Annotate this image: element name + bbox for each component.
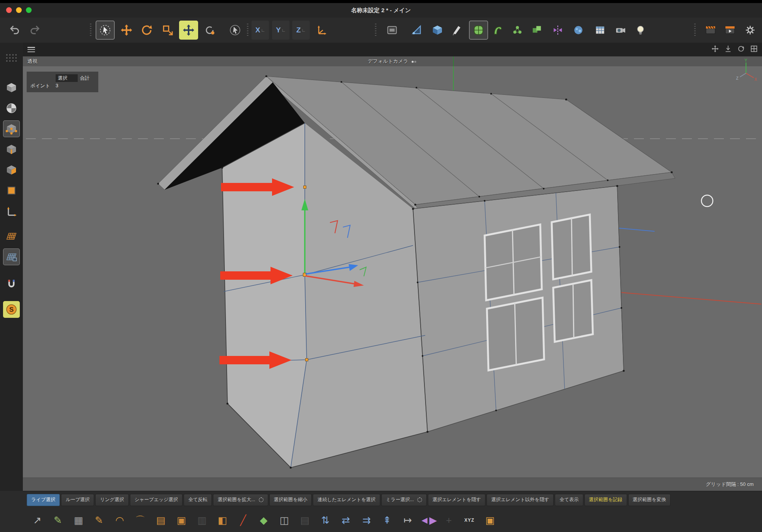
lock-y-axis-button[interactable]: Y∟ bbox=[272, 21, 290, 40]
undo-button[interactable] bbox=[5, 21, 24, 40]
weld-tool[interactable]: ⇅ bbox=[317, 511, 334, 529]
bridge-tool[interactable]: ⇉ bbox=[358, 511, 375, 529]
lock-x-axis-button[interactable]: X∟ bbox=[251, 21, 269, 40]
ring-selection-button[interactable]: リング選択 bbox=[95, 494, 128, 506]
select-connected-button[interactable]: 連続したエレメントを選択 bbox=[313, 494, 380, 506]
total-col-header: 合計 bbox=[80, 74, 94, 82]
slide-tool[interactable]: ↗ bbox=[29, 511, 46, 529]
texture-mode-icon[interactable] bbox=[3, 100, 20, 117]
hide-unselected-button[interactable]: 選択エレメント以外を隠す bbox=[487, 494, 554, 506]
render-picture-viewer-button[interactable] bbox=[720, 21, 740, 40]
array-tool[interactable]: + bbox=[440, 511, 457, 529]
asset-browser-button[interactable] bbox=[383, 21, 402, 40]
live-selection-tool[interactable] bbox=[96, 21, 115, 40]
store-selection-button[interactable]: 選択範囲を記録 bbox=[584, 494, 627, 506]
camera-label-wrap[interactable]: デフォルトカメラ bbox=[23, 58, 762, 65]
magnet-tool[interactable]: ◠ bbox=[111, 511, 128, 529]
active-move-tool[interactable] bbox=[179, 21, 198, 40]
camera-button[interactable] bbox=[611, 21, 630, 40]
smooth-shift-tool[interactable]: ▥ bbox=[194, 511, 210, 529]
hide-selected-button[interactable]: 選択エレメントを隠す bbox=[428, 494, 485, 506]
convert-selection-button[interactable]: 選択範囲を変換 bbox=[628, 494, 671, 506]
bend-deformer-button[interactable] bbox=[488, 21, 507, 40]
titlebar: 名称未設定 2 * - メイン bbox=[0, 3, 762, 18]
tweak-mode-tool[interactable] bbox=[200, 21, 219, 40]
model-mode-icon[interactable] bbox=[3, 79, 20, 96]
points-xyz[interactable]: XYZ bbox=[461, 511, 478, 529]
svg-text:Y: Y bbox=[744, 58, 748, 62]
scale-tool[interactable] bbox=[158, 21, 177, 40]
volume-builder-button[interactable] bbox=[569, 21, 588, 40]
sculpt-pull-tool[interactable]: ✎ bbox=[91, 511, 107, 529]
points-mode-icon[interactable] bbox=[3, 120, 20, 137]
stitch-and-sew-tool[interactable]: ⇄ bbox=[338, 511, 354, 529]
snap-settings-icon[interactable]: S bbox=[3, 301, 20, 318]
knife-tool[interactable]: ╱ bbox=[235, 511, 251, 529]
symmetry-button[interactable] bbox=[548, 21, 567, 40]
move-tool[interactable] bbox=[117, 21, 136, 40]
mirror-selection-button[interactable]: ミラー選択... bbox=[381, 494, 427, 506]
polygon-pen-tool[interactable]: ✎ bbox=[50, 511, 66, 529]
render-settings-button[interactable] bbox=[741, 21, 760, 40]
texture-axis-mode-icon[interactable] bbox=[3, 182, 20, 199]
coordinate-system-button[interactable] bbox=[313, 21, 332, 40]
matrix-extrude-tool[interactable]: ◧ bbox=[214, 511, 231, 529]
tessellate-tool[interactable]: ▦ bbox=[70, 511, 87, 529]
lock-workplane-icon[interactable] bbox=[3, 248, 20, 265]
viewport-canvas[interactable] bbox=[23, 56, 762, 491]
rotate-tool[interactable] bbox=[137, 21, 156, 40]
render-view-button[interactable] bbox=[701, 21, 720, 40]
inner-extrude-tool[interactable]: ▣ bbox=[173, 511, 190, 529]
view-dolly-icon[interactable] bbox=[724, 45, 732, 54]
shrink-selection-button[interactable]: 選択範囲を縮小 bbox=[269, 494, 312, 506]
viewport-status-strip: グリッド間隔 : 50 cm bbox=[23, 478, 762, 491]
close-hole-tool[interactable]: ⇞ bbox=[379, 511, 395, 529]
gear-icon[interactable] bbox=[417, 497, 422, 502]
mirror-tool[interactable]: ◄▶ bbox=[420, 511, 437, 529]
lock-z-axis-button[interactable]: Z∟ bbox=[292, 21, 310, 40]
add-cube-button[interactable] bbox=[428, 21, 447, 40]
toggle-panels-icon[interactable] bbox=[750, 45, 758, 54]
loop-selection-button[interactable]: ループ選択 bbox=[61, 494, 94, 506]
svg-text:X: X bbox=[754, 77, 757, 82]
workplane-icon[interactable] bbox=[3, 228, 20, 245]
cloner-button[interactable] bbox=[508, 21, 527, 40]
viewport-menu-icon[interactable] bbox=[27, 47, 35, 52]
live-selection-button[interactable]: ライブ選択 bbox=[27, 494, 60, 506]
axis-orientation-gizmo[interactable]: Y Z X bbox=[735, 58, 759, 82]
enable-axis-icon[interactable] bbox=[3, 203, 20, 220]
loop-cut-tool[interactable]: ◫ bbox=[276, 511, 293, 529]
unhide-all-button[interactable]: 全て表示 bbox=[555, 494, 583, 506]
measure-tool-button[interactable] bbox=[407, 21, 426, 40]
selection-command-bar: ライブ選択 ループ選択 リング選択 シャープエッジ選択 全て反転 選択範囲を拡大… bbox=[23, 491, 762, 508]
grow-selection-button[interactable]: 選択範囲を拡大... bbox=[213, 494, 268, 506]
instance-button[interactable] bbox=[527, 21, 546, 40]
spline-pen-button[interactable] bbox=[447, 21, 466, 40]
edge-cut-tool[interactable]: ▤ bbox=[296, 511, 313, 529]
snap-enable-icon[interactable] bbox=[3, 276, 20, 293]
points-row-label: ポイント bbox=[30, 82, 56, 90]
iron-tool[interactable]: ⌒ bbox=[132, 511, 149, 529]
extrude-tool[interactable]: ▤ bbox=[152, 511, 169, 529]
invert-all-button[interactable]: 全て反転 bbox=[184, 494, 212, 506]
gear-icon[interactable] bbox=[259, 497, 264, 502]
grid-spacing-label: グリッド間隔 : 50 cm bbox=[706, 478, 754, 491]
view-orbit-icon[interactable] bbox=[737, 45, 745, 54]
mograph-grid-button[interactable] bbox=[591, 21, 610, 40]
modeling-settings[interactable]: ▣ bbox=[482, 511, 498, 529]
brush-cursor-circle bbox=[701, 195, 713, 207]
sharp-edge-selection-button[interactable]: シャープエッジ選択 bbox=[130, 494, 182, 506]
points-count-value: 3 bbox=[56, 82, 73, 90]
redo-button[interactable] bbox=[25, 21, 44, 40]
arrow-select-tool[interactable] bbox=[226, 21, 245, 40]
subdivision-surface-button[interactable] bbox=[469, 21, 488, 40]
view-pan-icon[interactable] bbox=[711, 45, 719, 54]
light-button[interactable] bbox=[631, 21, 650, 40]
viewport-menubar bbox=[23, 43, 762, 57]
edges-mode-icon[interactable] bbox=[3, 141, 20, 158]
plane-cut-tool[interactable]: ◆ bbox=[255, 511, 272, 529]
cinema4d-window: 名称未設定 2 * - メイン bbox=[0, 0, 762, 532]
polygons-mode-icon[interactable] bbox=[3, 162, 20, 178]
mode-sidebar: S bbox=[0, 43, 23, 491]
edge-flow-tool[interactable]: ↦ bbox=[399, 511, 416, 529]
